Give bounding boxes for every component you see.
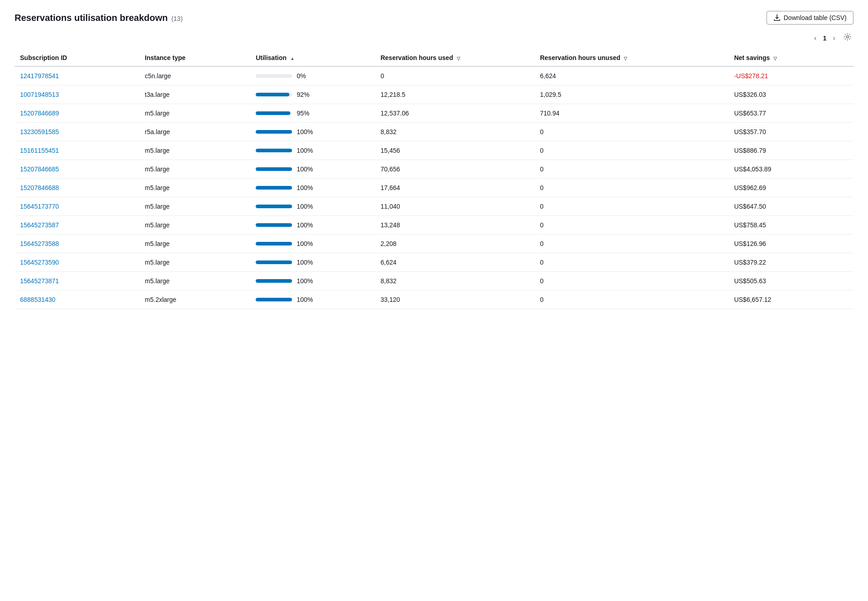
cell-subscription-id: 15161155451 (15, 141, 139, 160)
col-label-utilisation: Utilisation (256, 54, 287, 61)
table-row: 10071948513t3a.large92%12,218.51,029.5US… (15, 85, 853, 104)
header-row: Subscription ID Instance type Utilisatio… (15, 50, 853, 66)
cell-subscription-id: 15645173770 (15, 197, 139, 216)
progress-fill (256, 111, 290, 115)
utilisation-cell-content: 0% (256, 72, 369, 80)
cell-hours-used: 33,120 (375, 290, 535, 309)
cell-instance-type: m5.large (139, 216, 250, 235)
cell-subscription-id: 15645273587 (15, 216, 139, 235)
subscription-id-link[interactable]: 15645273871 (20, 277, 59, 285)
table-row: 15207846688m5.large100%17,6640US$962.69 (15, 179, 853, 197)
cell-subscription-id: 15645273871 (15, 272, 139, 290)
cell-instance-type: m5.large (139, 141, 250, 160)
cell-hours-unused: 1,029.5 (535, 85, 729, 104)
pagination-next-button[interactable]: › (830, 33, 838, 43)
progress-fill (256, 130, 292, 134)
col-header-hours-unused[interactable]: Reservation hours unused ▽ (535, 50, 729, 66)
table-body: 12417978541c5n.large0%06,624-US$278.2110… (15, 66, 853, 309)
cell-subscription-id: 13230591585 (15, 123, 139, 141)
cell-instance-type: m5.2xlarge (139, 290, 250, 309)
page-header: Reservations utilisation breakdown (13) … (15, 11, 853, 25)
table-row: 15161155451m5.large100%15,4560US$886.79 (15, 141, 853, 160)
table-row: 13230591585r5a.large100%8,8320US$357.70 (15, 123, 853, 141)
col-header-utilisation[interactable]: Utilisation ▲ (250, 50, 375, 66)
progress-track (256, 186, 292, 190)
cell-hours-used: 12,218.5 (375, 85, 535, 104)
cell-hours-used: 11,040 (375, 197, 535, 216)
cell-net-savings: US$379.22 (729, 253, 853, 272)
cell-instance-type: t3a.large (139, 85, 250, 104)
subscription-id-link[interactable]: 15645273587 (20, 221, 59, 229)
pagination-prev-button[interactable]: ‹ (812, 33, 819, 43)
title-text: Reservations utilisation breakdown (15, 13, 168, 23)
utilisation-pct-label: 100% (297, 147, 313, 154)
cell-hours-unused: 0 (535, 141, 729, 160)
cell-hours-used: 8,832 (375, 123, 535, 141)
cell-hours-unused: 0 (535, 123, 729, 141)
table-settings-button[interactable] (842, 32, 853, 44)
cell-subscription-id: 15645273588 (15, 235, 139, 253)
settings-icon (843, 33, 852, 41)
utilisation-pct-label: 100% (297, 296, 313, 303)
cell-instance-type: m5.large (139, 160, 250, 179)
col-label-hours-used: Reservation hours used (380, 54, 453, 61)
subscription-id-link[interactable]: 15161155451 (20, 147, 59, 154)
subscription-id-link[interactable]: 15645273590 (20, 259, 59, 266)
subscription-id-link[interactable]: 13230591585 (20, 128, 59, 135)
subscription-id-link[interactable]: 10071948513 (20, 91, 59, 98)
progress-fill (256, 149, 292, 152)
utilisation-cell-content: 100% (256, 221, 369, 229)
col-header-instance-type[interactable]: Instance type (139, 50, 250, 66)
subscription-id-link[interactable]: 15207846689 (20, 110, 59, 117)
cell-hours-unused: 0 (535, 290, 729, 309)
cell-utilisation: 92% (250, 85, 375, 104)
title-count: (13) (172, 15, 183, 22)
cell-hours-used: 2,208 (375, 235, 535, 253)
subscription-id-link[interactable]: 15207846685 (20, 165, 59, 173)
progress-track (256, 149, 292, 152)
cell-subscription-id: 15207846689 (15, 104, 139, 123)
utilisation-pct-label: 100% (297, 165, 313, 173)
utilisation-cell-content: 100% (256, 147, 369, 154)
cell-net-savings: US$647.50 (729, 197, 853, 216)
col-header-hours-used[interactable]: Reservation hours used ▽ (375, 50, 535, 66)
cell-net-savings: US$357.70 (729, 123, 853, 141)
cell-subscription-id: 6888531430 (15, 290, 139, 309)
download-csv-button[interactable]: Download table (CSV) (767, 11, 853, 25)
subscription-id-link[interactable]: 12417978541 (20, 72, 59, 80)
subscription-id-link[interactable]: 15645273588 (20, 240, 59, 247)
progress-fill (256, 298, 292, 301)
col-label-net-savings: Net savings (734, 54, 770, 61)
utilisation-cell-content: 100% (256, 296, 369, 303)
pagination-row: ‹ 1 › (15, 32, 853, 44)
col-header-net-savings[interactable]: Net savings ▽ (729, 50, 853, 66)
cell-hours-used: 15,456 (375, 141, 535, 160)
cell-hours-unused: 0 (535, 197, 729, 216)
table-header: Subscription ID Instance type Utilisatio… (15, 50, 853, 66)
cell-net-savings: US$886.79 (729, 141, 853, 160)
utilisation-pct-label: 100% (297, 240, 313, 247)
cell-utilisation: 100% (250, 216, 375, 235)
table-row: 15645173770m5.large100%11,0400US$647.50 (15, 197, 853, 216)
cell-net-savings: US$126.96 (729, 235, 853, 253)
utilisation-cell-content: 95% (256, 110, 369, 117)
cell-hours-unused: 6,624 (535, 66, 729, 85)
utilisation-cell-content: 100% (256, 184, 369, 191)
subscription-id-link[interactable]: 15645173770 (20, 203, 59, 210)
cell-net-savings: US$653.77 (729, 104, 853, 123)
cell-utilisation: 100% (250, 235, 375, 253)
cell-hours-unused: 710.94 (535, 104, 729, 123)
cell-utilisation: 100% (250, 197, 375, 216)
col-label-instance-type: Instance type (145, 54, 185, 61)
cell-hours-used: 70,656 (375, 160, 535, 179)
utilisation-pct-label: 100% (297, 277, 313, 285)
utilisation-pct-label: 95% (297, 110, 312, 117)
cell-net-savings: US$962.69 (729, 179, 853, 197)
subscription-id-link[interactable]: 15207846688 (20, 184, 59, 191)
col-header-subscription-id[interactable]: Subscription ID (15, 50, 139, 66)
cell-subscription-id: 15207846685 (15, 160, 139, 179)
utilisation-pct-label: 100% (297, 203, 313, 210)
cell-hours-unused: 0 (535, 179, 729, 197)
subscription-id-link[interactable]: 6888531430 (20, 296, 56, 303)
cell-instance-type: m5.large (139, 179, 250, 197)
